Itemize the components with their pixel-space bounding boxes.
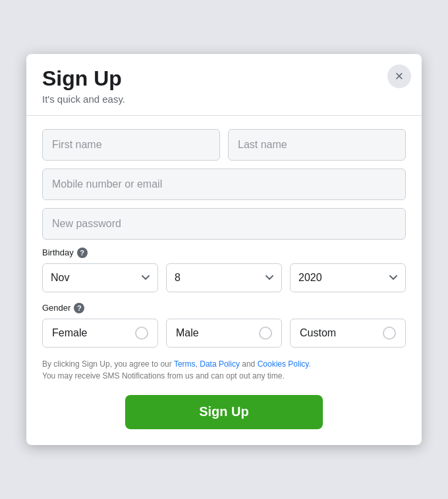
close-button[interactable]: ×	[387, 65, 411, 88]
terms-and: and	[240, 359, 258, 369]
terms-text: By clicking Sign Up, you agree to our Te…	[42, 358, 406, 382]
modal-header: Sign Up It's quick and easy.	[42, 67, 406, 104]
header-divider	[26, 115, 422, 116]
gender-custom-label: Custom	[300, 327, 336, 339]
birthday-year-select[interactable]: 2024202320222021202020192018201720162015…	[290, 263, 406, 292]
name-row	[42, 129, 406, 161]
birthday-month-select[interactable]: Jan Feb Mar Apr May Jun Jul Aug Sep Oct …	[42, 263, 158, 292]
first-name-input[interactable]	[42, 129, 220, 161]
gender-custom-option[interactable]: Custom	[290, 319, 406, 348]
terms-before-text: By clicking Sign Up, you agree to our	[42, 359, 174, 369]
cookies-policy-link[interactable]: Cookies Policy	[258, 359, 309, 369]
gender-label: Gender ?	[42, 303, 406, 313]
birthday-row: Jan Feb Mar Apr May Jun Jul Aug Sep Oct …	[42, 263, 406, 292]
mobile-email-input[interactable]	[42, 169, 406, 200]
gender-female-label: Female	[52, 327, 87, 339]
gender-row: Female Male Custom	[42, 319, 406, 348]
gender-help-icon[interactable]: ?	[74, 303, 84, 313]
gender-custom-radio[interactable]	[383, 327, 396, 340]
gender-male-option[interactable]: Male	[166, 319, 282, 348]
gender-female-option[interactable]: Female	[42, 319, 158, 348]
modal-title: Sign Up	[42, 67, 406, 90]
password-input[interactable]	[42, 208, 406, 240]
signup-modal: × Sign Up It's quick and easy. Birthday …	[26, 54, 422, 444]
gender-male-radio[interactable]	[259, 327, 272, 340]
birthday-help-icon[interactable]: ?	[77, 248, 88, 258]
terms-link[interactable]: Terms	[174, 359, 196, 369]
birthday-label: Birthday ?	[42, 248, 406, 258]
signup-button[interactable]: Sign Up	[125, 395, 323, 429]
data-policy-link[interactable]: Data Policy	[200, 359, 240, 369]
gender-male-label: Male	[176, 327, 199, 339]
birthday-day-select[interactable]: 1 2 3 4 5 6 7 8 9 10 11 12 13 14 15 16 1…	[166, 263, 282, 292]
last-name-input[interactable]	[228, 129, 406, 161]
modal-subtitle: It's quick and easy.	[42, 93, 406, 105]
gender-female-radio[interactable]	[135, 327, 148, 340]
